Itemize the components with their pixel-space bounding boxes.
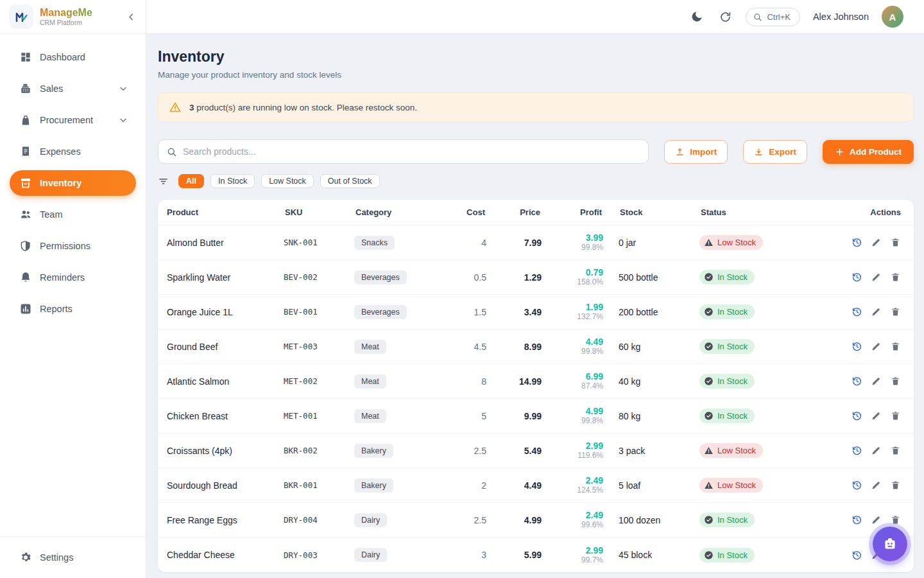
delete-icon[interactable] (890, 237, 901, 248)
product-price: 1.29 (486, 272, 542, 283)
product-stock: 0 jar (619, 238, 699, 248)
product-price: 5.99 (486, 550, 542, 560)
sidebar-item-sales[interactable]: Sales (10, 76, 136, 101)
edit-icon[interactable] (871, 480, 882, 491)
page-subtitle: Manage your product inventory and stock … (158, 70, 914, 80)
product-cost: 4 (436, 238, 486, 248)
filter-row: AllIn StockLow StockOut of Stock (158, 174, 914, 188)
table-row: Almond Butter SNK-001 Snacks 4 7.99 3.99… (158, 225, 914, 260)
filter-chip-in-stock[interactable]: In Stock (210, 174, 255, 188)
app-subtitle: CRM Platform (40, 19, 124, 26)
history-icon[interactable] (851, 410, 862, 421)
command-search-button[interactable]: Ctrl+K (746, 8, 800, 26)
product-margin: 99.6% (542, 520, 603, 530)
product-cost: 2 (436, 480, 486, 491)
product-name: Sparkling Water (158, 272, 284, 283)
search-input[interactable] (183, 146, 640, 157)
product-cost: 4.5 (436, 342, 486, 352)
edit-icon[interactable] (871, 376, 882, 387)
expenses-icon (19, 145, 32, 158)
filter-chip-out-of-stock[interactable]: Out of Stock (320, 174, 380, 188)
procurement-icon (19, 114, 32, 127)
delete-icon[interactable] (890, 306, 901, 317)
edit-icon[interactable] (871, 306, 882, 317)
history-icon[interactable] (851, 514, 862, 525)
dashboard-icon (19, 51, 32, 64)
product-profit: 1.99 (542, 302, 603, 312)
edit-icon[interactable] (871, 445, 882, 456)
product-price: 3.49 (486, 307, 542, 317)
category-badge: Meat (354, 340, 386, 354)
delete-icon[interactable] (890, 514, 901, 525)
product-cost: 0.5 (436, 272, 486, 283)
edit-icon[interactable] (871, 514, 882, 525)
status-badge: In Stock (699, 374, 755, 389)
export-button[interactable]: Export (743, 140, 807, 164)
sidebar-item-reports[interactable]: Reports (10, 296, 136, 322)
delete-icon[interactable] (890, 445, 901, 456)
product-cost: 5 (436, 411, 486, 421)
product-stock: 3 pack (619, 446, 699, 456)
sidebar-item-dashboard[interactable]: Dashboard (10, 44, 136, 70)
delete-icon[interactable] (890, 272, 901, 283)
sidebar-item-permissions[interactable]: Permissions (10, 233, 136, 259)
column-header-product: Product (158, 207, 284, 217)
table-row: Cheddar Cheese DRY-003 Dairy 3 5.99 2.99… (158, 538, 914, 572)
chevron-down-icon (118, 83, 128, 94)
history-icon[interactable] (851, 480, 862, 491)
edit-icon[interactable] (871, 272, 882, 283)
history-icon[interactable] (851, 550, 862, 561)
product-name: Free Range Eggs (158, 515, 284, 525)
column-header-cost: Cost (436, 207, 486, 217)
sidebar-item-settings[interactable]: Settings (10, 545, 136, 570)
edit-icon[interactable] (871, 341, 882, 352)
delete-icon[interactable] (890, 376, 901, 387)
history-icon[interactable] (851, 341, 862, 352)
sidebar-collapse-button[interactable] (124, 10, 138, 24)
sidebar-nav: Dashboard Sales Procurement Expenses Inv… (0, 34, 146, 536)
product-margin: 87.4% (542, 381, 603, 391)
reminders-icon (19, 271, 32, 284)
history-icon[interactable] (851, 306, 862, 317)
sidebar-item-procurement[interactable]: Procurement (10, 107, 136, 133)
delete-icon[interactable] (890, 410, 901, 421)
product-price: 9.99 (486, 411, 542, 421)
sidebar-item-label: Procurement (40, 115, 118, 125)
warning-triangle-icon (704, 446, 714, 455)
history-icon[interactable] (851, 376, 862, 387)
assistant-fab-button[interactable] (873, 527, 907, 561)
dark-mode-toggle[interactable] (689, 9, 705, 24)
app-title: ManageMe (40, 7, 124, 19)
plus-icon (835, 147, 844, 157)
product-price: 8.99 (486, 342, 542, 352)
check-circle-icon (704, 272, 714, 282)
refresh-button[interactable] (717, 9, 733, 24)
category-badge: Beverages (354, 305, 407, 319)
filter-chip-low-stock[interactable]: Low Stock (261, 174, 314, 188)
history-icon[interactable] (851, 272, 862, 283)
import-button[interactable]: Import (664, 140, 728, 164)
product-cost: 2.5 (436, 515, 486, 525)
delete-icon[interactable] (890, 480, 901, 491)
sidebar-item-label: Inventory (40, 178, 128, 188)
app-logo (9, 4, 33, 29)
filter-chip-all[interactable]: All (178, 174, 204, 188)
sidebar: ManageMe CRM Platform Dashboard Sales Pr… (0, 0, 146, 578)
add-product-button[interactable]: Add Product (823, 140, 914, 164)
sidebar-item-inventory[interactable]: Inventory (10, 170, 136, 196)
edit-icon[interactable] (871, 237, 882, 248)
product-name: Atlantic Salmon (158, 376, 284, 387)
warning-text: 3 product(s) are running low on stock. P… (189, 103, 417, 112)
avatar[interactable]: A (882, 6, 903, 28)
product-profit: 3.99 (542, 232, 603, 243)
sidebar-item-team[interactable]: Team (10, 202, 136, 227)
sidebar-item-reminders[interactable]: Reminders (10, 265, 136, 290)
delete-icon[interactable] (890, 341, 901, 352)
history-icon[interactable] (851, 237, 862, 248)
inventory-page: Inventory Manage your product inventory … (146, 34, 924, 578)
product-profit: 2.49 (542, 475, 603, 486)
history-icon[interactable] (851, 445, 862, 456)
product-sku: BEV-002 (284, 272, 354, 282)
edit-icon[interactable] (871, 410, 882, 421)
sidebar-item-expenses[interactable]: Expenses (10, 139, 136, 164)
